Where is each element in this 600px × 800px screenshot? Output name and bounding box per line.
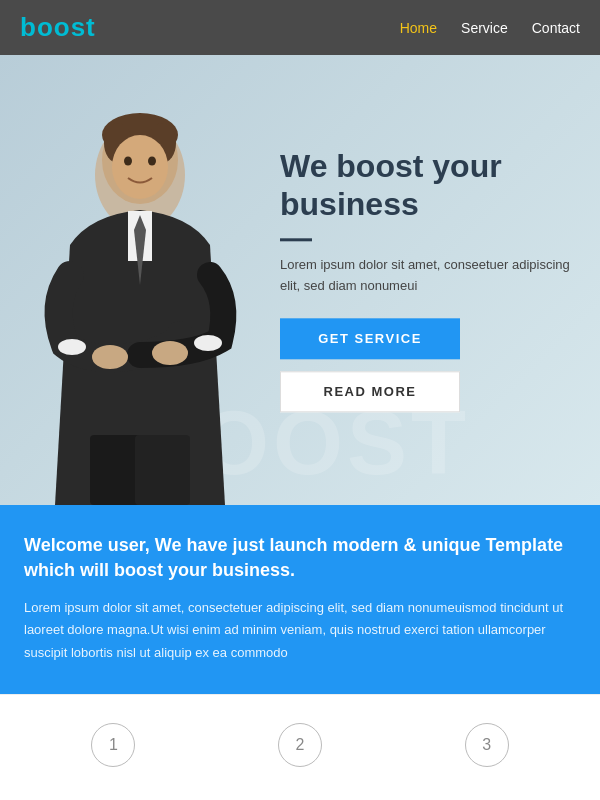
svg-point-11 xyxy=(194,335,222,351)
svg-point-10 xyxy=(58,339,86,355)
hero-section: boost xyxy=(0,55,600,505)
feature-circle-1[interactable]: 1 xyxy=(91,723,135,767)
features-row: 1 2 3 xyxy=(0,694,600,785)
feature-item-1: 1 xyxy=(91,723,135,767)
read-more-button[interactable]: READ MORE xyxy=(280,372,460,413)
hero-divider xyxy=(280,238,312,241)
get-service-button[interactable]: GET SERVICE xyxy=(280,319,460,360)
blue-band-section: Welcome user, We have just launch modern… xyxy=(0,505,600,694)
nav-item-service[interactable]: Service xyxy=(461,19,508,37)
feature-circle-3[interactable]: 3 xyxy=(465,723,509,767)
svg-point-5 xyxy=(112,135,168,199)
svg-rect-15 xyxy=(135,435,190,505)
brand-logo[interactable]: boost xyxy=(20,12,96,43)
nav-menu: Home Service Contact xyxy=(400,19,580,37)
hero-person-image xyxy=(0,75,280,505)
hero-description: Lorem ipsum dolor sit amet, conseetuer a… xyxy=(280,255,570,297)
nav-link-home[interactable]: Home xyxy=(400,20,437,36)
hero-content: We boost your business Lorem ipsum dolor… xyxy=(280,147,570,412)
nav-item-contact[interactable]: Contact xyxy=(532,19,580,37)
blue-band-text: Lorem ipsum dolor sit amet, consectetuer… xyxy=(24,597,576,663)
svg-point-12 xyxy=(152,341,188,365)
svg-point-7 xyxy=(148,157,156,166)
nav-link-contact[interactable]: Contact xyxy=(532,20,580,36)
nav-item-home[interactable]: Home xyxy=(400,19,437,37)
blue-band-title: Welcome user, We have just launch modern… xyxy=(24,533,576,583)
navbar: boost Home Service Contact xyxy=(0,0,600,55)
svg-point-6 xyxy=(124,157,132,166)
hero-title: We boost your business xyxy=(280,147,570,224)
feature-item-3: 3 xyxy=(465,723,509,767)
feature-circle-2[interactable]: 2 xyxy=(278,723,322,767)
nav-link-service[interactable]: Service xyxy=(461,20,508,36)
feature-item-2: 2 xyxy=(278,723,322,767)
svg-point-13 xyxy=(92,345,128,369)
